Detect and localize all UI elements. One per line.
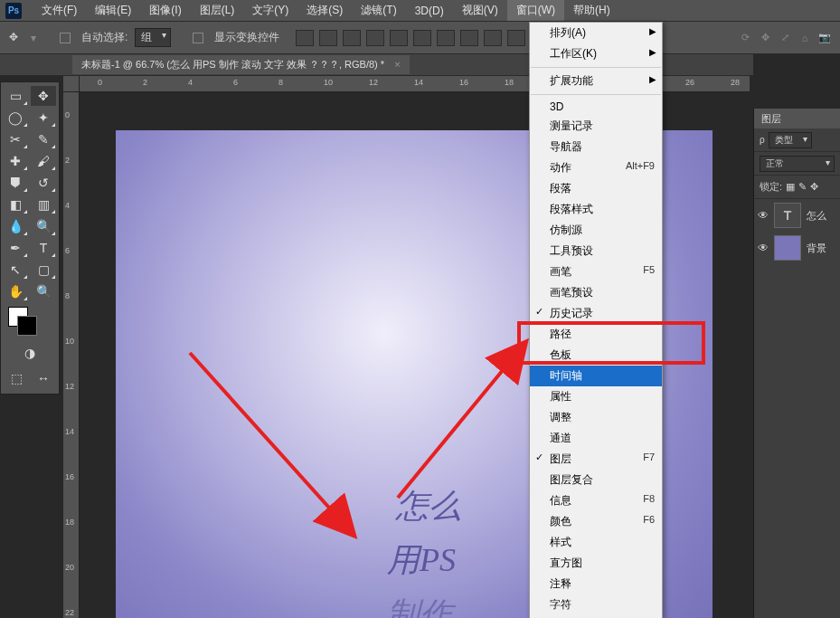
layer-row[interactable]: 👁 T 怎么: [754, 199, 840, 232]
brush-tool[interactable]: 🖌: [31, 151, 56, 171]
align-icon[interactable]: [366, 30, 384, 46]
move-tool[interactable]: ✥: [31, 86, 56, 106]
3d-icon[interactable]: ✥: [757, 32, 773, 44]
menu-actions[interactable]: 动作Alt+F9: [530, 157, 662, 178]
layer-filter-dropdown[interactable]: 类型: [769, 132, 812, 148]
menu-character[interactable]: 字符: [530, 594, 662, 615]
hand-tool[interactable]: ✋: [3, 281, 28, 301]
menu-measure[interactable]: 测量记录: [530, 116, 662, 137]
screenmode2-icon[interactable]: ↔: [31, 368, 56, 388]
menu-3d[interactable]: 3D(D): [406, 2, 453, 20]
menu-channels[interactable]: 通道: [530, 428, 662, 449]
wand-tool[interactable]: ✦: [31, 108, 56, 128]
close-tab-icon[interactable]: ×: [394, 59, 400, 70]
menu-properties[interactable]: 属性: [530, 386, 662, 407]
menu-3d-panel[interactable]: 3D: [530, 98, 662, 116]
heal-tool[interactable]: ✚: [3, 151, 28, 171]
crop-tool[interactable]: ✂: [3, 129, 28, 149]
3d-icon[interactable]: ⌂: [797, 32, 813, 44]
workspace: 未标题-1 @ 66.7% (怎么 用PS 制作 滚动 文字 效果 ？？？, R…: [0, 54, 840, 618]
menu-window[interactable]: 窗口(W): [507, 0, 564, 21]
bg-swatch[interactable]: [17, 316, 37, 336]
menu-image[interactable]: 图像(I): [140, 0, 190, 21]
align-icon[interactable]: [390, 30, 408, 46]
canvas-text-1: 怎么: [396, 483, 461, 528]
lasso-tool[interactable]: ◯: [3, 108, 28, 128]
doc-title: 未标题-1 @ 66.7% (怎么 用PS 制作 滚动 文字 效果 ？？？, R…: [81, 59, 384, 70]
blur-tool[interactable]: 💧: [3, 216, 28, 236]
lock-icon[interactable]: ✎: [798, 181, 807, 193]
menu-layercomps[interactable]: 图层复合: [530, 470, 662, 490]
path-tool[interactable]: ↖: [3, 260, 28, 280]
type-tool[interactable]: T: [31, 238, 56, 258]
ruler-vertical[interactable]: 0 2 4 6 8 10 12 14 16 18 20 22: [63, 92, 80, 618]
3d-icon[interactable]: ⟳: [737, 32, 753, 44]
menu-layer[interactable]: 图层(L): [191, 0, 244, 21]
menu-navigator[interactable]: 导航器: [530, 137, 662, 157]
menu-help[interactable]: 帮助(H): [564, 0, 619, 21]
pen-tool[interactable]: ✒: [3, 238, 28, 258]
menu-view[interactable]: 视图(V): [453, 0, 507, 21]
gradient-tool[interactable]: ▥: [31, 195, 56, 214]
layers-tab[interactable]: 图层: [754, 109, 840, 128]
visibility-icon[interactable]: 👁: [758, 242, 769, 254]
color-swatches[interactable]: [3, 303, 57, 339]
stamp-tool[interactable]: ⛊: [3, 173, 28, 193]
menu-toolpresets[interactable]: 工具预设: [530, 241, 662, 261]
menu-color[interactable]: 颜色F6: [530, 511, 662, 532]
align-icon[interactable]: [343, 30, 361, 46]
zoom-tool[interactable]: 🔍: [31, 281, 56, 301]
menu-histogram[interactable]: 直方图: [530, 553, 662, 574]
menu-paragraph[interactable]: 段落: [530, 178, 662, 199]
screenmode-icon[interactable]: ⬚: [4, 368, 29, 388]
align-icon[interactable]: [484, 30, 502, 46]
shape-tool[interactable]: ▢: [31, 260, 56, 280]
canvas-text-2: 用PS: [387, 537, 456, 583]
menu-timeline[interactable]: 时间轴: [530, 366, 662, 386]
menu-workspace[interactable]: 工作区(K)▶: [530, 43, 662, 64]
menu-arrange[interactable]: 排列(A)▶: [530, 23, 662, 43]
align-icon[interactable]: [296, 30, 314, 46]
3d-icon[interactable]: 📷: [816, 32, 833, 44]
menu-brushpresets[interactable]: 画笔预设: [530, 282, 662, 303]
menu-clonesource[interactable]: 仿制源: [530, 220, 662, 241]
history-brush-tool[interactable]: ↺: [31, 173, 56, 193]
menu-notes[interactable]: 注释: [530, 574, 662, 594]
3d-icon[interactable]: ⤢: [777, 32, 793, 44]
eraser-tool[interactable]: ◧: [3, 195, 28, 214]
menu-select[interactable]: 选择(S): [297, 0, 352, 21]
align-icon[interactable]: [413, 30, 431, 46]
menu-type[interactable]: 文字(Y): [243, 0, 297, 21]
showtransform-checkbox[interactable]: [193, 33, 203, 43]
autoselect-checkbox[interactable]: [60, 33, 71, 43]
menu-paths[interactable]: 路径: [530, 324, 662, 345]
menu-brush[interactable]: 画笔F5: [530, 261, 662, 282]
lock-icon[interactable]: ✥: [810, 181, 818, 193]
align-icon[interactable]: [460, 30, 478, 46]
dodge-tool[interactable]: 🔍: [31, 216, 56, 236]
lock-icon[interactable]: ▦: [786, 181, 795, 193]
menu-paragraph-styles[interactable]: 段落样式: [530, 199, 662, 220]
marquee-tool[interactable]: ▭: [3, 86, 28, 106]
quickmask-icon[interactable]: ◑: [17, 343, 42, 363]
menu-file[interactable]: 文件(F): [33, 0, 86, 21]
menu-layers[interactable]: ✓图层F7: [530, 449, 662, 470]
layer-row[interactable]: 👁 背景: [754, 232, 840, 264]
menu-adjustments[interactable]: 调整: [530, 407, 662, 428]
autoselect-dropdown[interactable]: 组: [135, 28, 171, 47]
menu-history[interactable]: ✓历史记录: [530, 303, 662, 324]
menu-edit[interactable]: 编辑(E): [86, 0, 140, 21]
menu-swatches[interactable]: 色板: [530, 345, 662, 366]
layer-thumb-text: T: [774, 203, 801, 228]
blend-mode-dropdown[interactable]: 正常: [760, 156, 835, 172]
menu-extensions[interactable]: 扩展功能▶: [530, 71, 662, 91]
menu-filter[interactable]: 滤镜(T): [352, 0, 405, 21]
align-icon[interactable]: [319, 30, 337, 46]
visibility-icon[interactable]: 👁: [758, 209, 769, 222]
menu-info[interactable]: 信息F8: [530, 490, 662, 511]
align-icon[interactable]: [507, 30, 525, 46]
menu-styles[interactable]: 样式: [530, 532, 662, 553]
eyedrop-tool[interactable]: ✎: [31, 129, 56, 149]
align-icon[interactable]: [437, 30, 455, 46]
document-tab[interactable]: 未标题-1 @ 66.7% (怎么 用PS 制作 滚动 文字 效果 ？？？, R…: [72, 55, 410, 74]
